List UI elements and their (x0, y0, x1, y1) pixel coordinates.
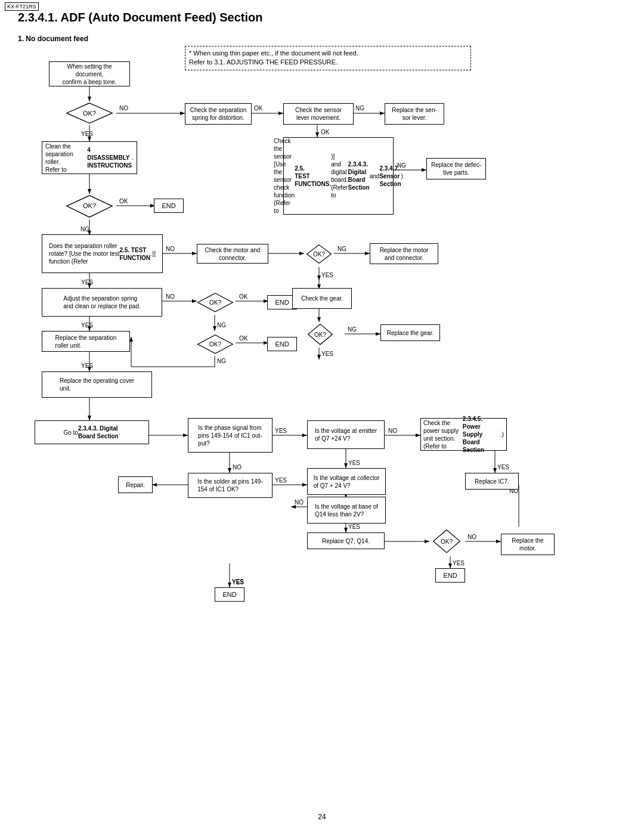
svg-text:YES: YES (348, 460, 360, 466)
diamond-ok4: OK? (194, 290, 237, 314)
svg-text:YES: YES (81, 322, 93, 329)
box-replace-motor-conn: Replace the motorand connector. (370, 243, 438, 264)
svg-text:YES: YES (81, 363, 93, 369)
diamond-ok-gear: OK? (304, 321, 336, 348)
box-when-setting: When setting the document,confirm a beep… (49, 61, 130, 86)
section-title: 1. No document feed (18, 35, 88, 43)
svg-text:NO: NO (388, 428, 397, 434)
box-check-psu: Check the power supplyunit section. (Ref… (420, 418, 507, 451)
svg-text:YES: YES (321, 272, 333, 278)
diamond-ok-bottom: OK? (429, 527, 464, 556)
box-end3: END (267, 337, 297, 351)
box-replace-roller: Replace the separationroller unit. (42, 331, 130, 352)
svg-text:NO: NO (119, 105, 128, 112)
svg-text:NG: NG (80, 226, 89, 233)
box-voltage-collector: Is the voltage at collectorof Q7 + 24 V? (307, 468, 386, 495)
svg-text:NO: NO (166, 246, 175, 252)
box-end1: END (154, 199, 184, 213)
svg-text:NO: NO (467, 534, 476, 540)
svg-text:NG: NG (217, 322, 226, 329)
box-replace-gear: Replace the gear. (380, 324, 440, 341)
svg-text:NG: NG (338, 246, 346, 252)
box-adjust-spring: Adjust the separation springand clean or… (42, 288, 162, 317)
box-replace-lever: Replace the sen-sor lever. (385, 103, 444, 125)
box-clean-roller: Clean the separation roller.Refer to 4 D… (42, 141, 137, 174)
note-box: * When using thin paper etc., if the doc… (185, 46, 471, 70)
page-number: 24 (318, 813, 326, 821)
svg-text:YES: YES (275, 428, 287, 434)
box-replace-cover: Replace the operating coverunit. (42, 371, 152, 398)
box-check-sensor: Check the sensor[Use the sensor checkfun… (283, 137, 394, 215)
box-check-spring: Check the separationspring for distortio… (185, 103, 252, 125)
svg-text:NG: NG (217, 358, 226, 364)
svg-text:OK: OK (119, 198, 128, 205)
svg-text:YES: YES (348, 524, 360, 530)
box-replace-ic7-b22: Replace IC7. (465, 473, 519, 490)
page-label: KX-FT21RS (5, 2, 39, 11)
diamond-ok3: OK? (303, 241, 335, 267)
box-voltage-base: Is the voltage at base ofQ14 less than 2… (307, 497, 386, 524)
svg-text:YES: YES (81, 131, 93, 137)
svg-text:NG: NG (355, 105, 364, 112)
box-check-gear: Check the gear. (292, 288, 352, 309)
svg-text:OK: OK (321, 129, 330, 135)
box-check-motor: Check the motor andconnector. (197, 244, 268, 264)
page-title: 2.3.4.1. ADF (Auto Document Feed) Sectio… (18, 11, 262, 24)
diamond-ok2: OK? (63, 193, 116, 219)
box-roller-rotate: Does the separation rollerrotate? [Use t… (42, 234, 163, 273)
box-check-lever: Check the sensorlever movement. (283, 103, 354, 125)
svg-text:NO: NO (295, 499, 304, 506)
box-solder-ok: Is the solder at pins 149-154 of IC1 OK? (188, 473, 273, 498)
svg-text:YES: YES (497, 464, 509, 470)
box-end5: END (215, 587, 244, 602)
box-replace-defective: Replace the defec-tive parts. (426, 158, 486, 179)
flowchart: YES NO OK NG OK NG OK NG NO NG (12, 45, 632, 814)
yes-label-final: YES (232, 578, 244, 585)
svg-text:NG: NG (348, 326, 357, 333)
svg-text:OK: OK (239, 335, 248, 342)
box-replace-motor: Replace themotor. (501, 534, 555, 555)
diamond-ok5: OK? (194, 332, 237, 356)
box-repair: Repair. (118, 476, 153, 493)
svg-text:YES: YES (321, 351, 333, 357)
svg-text:NO: NO (233, 464, 242, 470)
box-goto-digital: Go to 2.3.4.3. DigitalBoard Section. (35, 420, 149, 444)
svg-text:YES: YES (453, 560, 465, 566)
svg-text:YES: YES (81, 279, 93, 286)
svg-text:OK: OK (239, 293, 248, 300)
diamond-ok1: OK? (63, 101, 116, 126)
svg-text:OK: OK (254, 105, 263, 112)
box-phase-signal: Is the phase signal frompins 149-154 of … (188, 418, 273, 453)
box-end4: END (435, 568, 465, 583)
box-voltage-emitter: Is the voltage at emitterof Q7 +24 V? (307, 420, 385, 449)
svg-text:NO: NO (166, 293, 175, 300)
svg-text:YES: YES (275, 477, 287, 484)
box-replace-q7q14: Replace Q7, Q14. (307, 532, 385, 549)
